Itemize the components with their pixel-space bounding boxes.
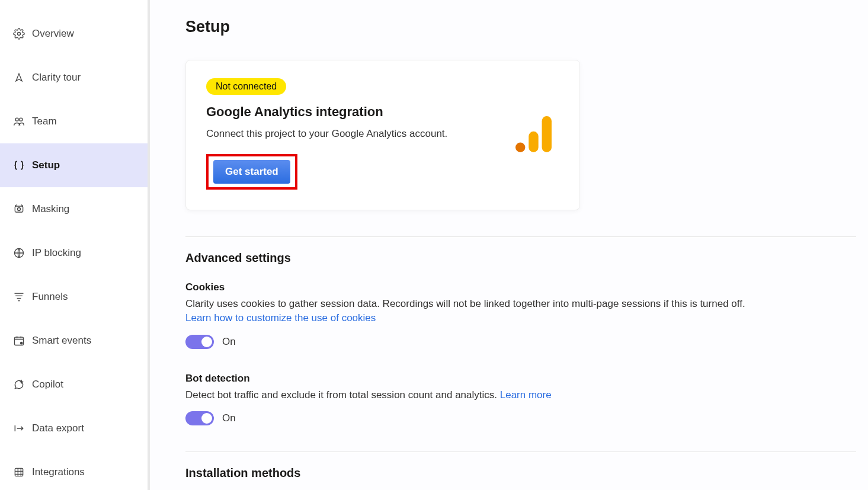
svg-rect-10: [529, 131, 538, 152]
export-icon: [13, 422, 32, 434]
cookies-toggle-state: On: [222, 336, 236, 348]
page-title: Setup: [185, 18, 856, 36]
sidebar-item-smart-events[interactable]: Smart events: [0, 319, 148, 363]
sidebar-item-overview[interactable]: Overview: [0, 12, 148, 56]
cookies-toggle[interactable]: [185, 335, 214, 349]
cookies-label: Cookies: [185, 281, 856, 293]
bot-description-text: Detect bot traffic and exclude it from t…: [185, 389, 500, 401]
sidebar-item-label: Clarity tour: [32, 72, 81, 84]
globe-icon: [13, 247, 32, 259]
sidebar-item-masking[interactable]: Masking: [0, 187, 148, 231]
card-title: Google Analytics integration: [206, 104, 499, 120]
get-started-button[interactable]: Get started: [213, 160, 290, 184]
installation-methods-title: Installation methods: [185, 466, 856, 480]
svg-point-2: [20, 118, 23, 121]
integration-card: Not connected Google Analytics integrati…: [185, 60, 580, 210]
calendar-icon: [13, 335, 32, 347]
svg-rect-8: [15, 468, 23, 476]
sidebar-list: Overview Clarity tour Team Setup: [0, 0, 148, 490]
card-description: Connect this project to your Google Anal…: [206, 128, 499, 140]
sidebar-item-integrations[interactable]: Integrations: [0, 450, 148, 490]
svg-point-1: [15, 118, 18, 121]
sidebar-item-label: Funnels: [32, 291, 68, 303]
divider: [185, 451, 856, 452]
sidebar-item-funnels[interactable]: Funnels: [0, 275, 148, 319]
masking-icon: [13, 203, 32, 215]
svg-point-4: [18, 208, 21, 211]
sidebar-item-label: Setup: [32, 159, 60, 171]
chat-sparkle-icon: [13, 379, 32, 390]
svg-point-7: [21, 342, 23, 344]
sidebar-item-label: Masking: [32, 203, 69, 215]
google-analytics-icon: [511, 112, 556, 156]
sidebar-item-copilot[interactable]: Copilot: [0, 363, 148, 406]
sidebar-item-ip-blocking[interactable]: IP blocking: [0, 231, 148, 275]
status-badge: Not connected: [206, 78, 286, 95]
bot-learn-link[interactable]: Learn more: [500, 389, 552, 401]
bot-detection-setting: Bot detection Detect bot traffic and exc…: [185, 373, 856, 426]
team-icon: [13, 116, 32, 127]
cookies-description: Clarity uses cookies to gather session d…: [185, 297, 856, 325]
advanced-settings-title: Advanced settings: [185, 251, 856, 265]
sidebar-item-label: Team: [32, 116, 57, 127]
divider: [185, 236, 856, 237]
bot-description: Detect bot traffic and exclude it from t…: [185, 388, 856, 402]
compass-icon: [13, 72, 32, 84]
bot-toggle[interactable]: [185, 411, 214, 425]
svg-point-11: [515, 142, 525, 152]
cookies-learn-link[interactable]: Learn how to customize the use of cookie…: [185, 312, 376, 324]
sidebar-item-label: Integrations: [32, 466, 85, 478]
svg-point-0: [18, 33, 21, 36]
main-content: Setup Not connected Google Analytics int…: [150, 0, 868, 490]
cookies-description-text: Clarity uses cookies to gather session d…: [185, 298, 745, 309]
svg-rect-3: [15, 206, 23, 212]
sidebar-item-data-export[interactable]: Data export: [0, 406, 148, 450]
sidebar-item-label: Overview: [32, 28, 74, 40]
grid-icon: [13, 466, 32, 478]
gear-icon: [13, 28, 32, 40]
highlight-annotation: Get started: [206, 154, 297, 190]
bot-toggle-state: On: [222, 412, 236, 424]
sidebar-item-label: Copilot: [32, 379, 63, 390]
sidebar-item-label: Data export: [32, 422, 84, 434]
sidebar-item-label: Smart events: [32, 335, 91, 347]
bot-label: Bot detection: [185, 373, 856, 385]
sidebar-item-label: IP blocking: [32, 247, 81, 259]
svg-rect-9: [542, 116, 552, 152]
sidebar-scroll[interactable]: Overview Clarity tour Team Setup: [0, 0, 148, 490]
funnel-icon: [13, 291, 32, 303]
sidebar: Overview Clarity tour Team Setup: [0, 0, 150, 490]
sidebar-item-team[interactable]: Team: [0, 100, 148, 143]
sidebar-item-setup[interactable]: Setup: [0, 143, 148, 187]
cookies-setting: Cookies Clarity uses cookies to gather s…: [185, 281, 856, 349]
sidebar-item-clarity-tour[interactable]: Clarity tour: [0, 56, 148, 100]
braces-icon: [13, 159, 32, 171]
